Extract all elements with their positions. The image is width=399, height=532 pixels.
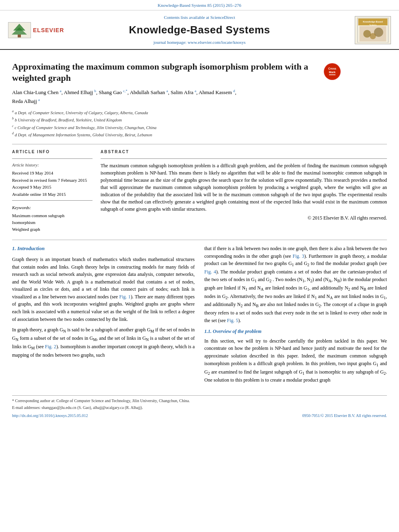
history-received: Received 19 May 2014	[12, 170, 93, 177]
authors-line: Alan Chia-Lung Chen a, Ahmed Elhajj b, S…	[12, 88, 387, 106]
email-note-text: E-mail addresses: shanggao@jlu.edu.cn (S…	[12, 405, 143, 410]
subsection-paragraph-1: In this section, we will try to describe…	[204, 337, 387, 384]
crossmark-badge[interactable]: Cross Mark	[324, 63, 342, 81]
svg-text:Mark: Mark	[329, 71, 335, 74]
author-salim: Salim Afra a,	[171, 89, 199, 95]
intro-paragraph-1: Graph theory is an important branch of m…	[12, 256, 195, 323]
history-online: Available online 18 May 2015	[12, 191, 93, 198]
svg-text:Knowledge-Based: Knowledge-Based	[363, 21, 383, 23]
info-abstract-row: ARTICLE INFO Article history: Received 1…	[12, 149, 387, 233]
fig2-link[interactable]: Fig. 2	[45, 344, 56, 349]
journal-logo-area: Knowledge-Based Systems	[343, 16, 391, 44]
affiliations: a a Dept. of Computer Science, Universit…	[12, 109, 387, 138]
journal-title-area: Contents lists available at ScienceDirec…	[56, 14, 343, 46]
doi-link[interactable]: http://dx.doi.org/10.1016/j.knosys.2015.…	[12, 413, 88, 419]
corresponding-author-note: * Corresponding author at: College of Co…	[12, 398, 387, 404]
issn-note: 0950-7051/© 2015 Elsevier B.V. All right…	[302, 413, 387, 419]
journal-ref-text: Knowledge-Based Systems 85 (2015) 265–27…	[158, 3, 241, 8]
sciencedirect-link[interactable]: ScienceDirect	[210, 15, 235, 20]
elsevier-tree-icon	[8, 22, 31, 38]
history-revised: Received in revised form 7 February 2015	[12, 177, 93, 184]
abstract-heading: ABSTRACT	[101, 149, 387, 155]
elsevier-logo-area: ELSEVIER	[8, 22, 56, 38]
affiliation-d: d d Dept. of Management Information Syst…	[12, 131, 387, 138]
history-accepted: Accepted 9 May 2015	[12, 184, 93, 191]
article-body: Approximating the maximum common subgrap…	[0, 50, 399, 427]
abstract-divider	[101, 158, 387, 159]
contents-available-line: Contents lists available at ScienceDirec…	[56, 14, 343, 21]
right-column: that if there is a link between two node…	[204, 245, 387, 387]
svg-text:Systems: Systems	[369, 24, 377, 26]
svg-point-9	[363, 30, 371, 37]
email-note: E-mail addresses: shanggao@jlu.edu.cn (S…	[12, 405, 387, 411]
abstract-content: The maximum common subgraph isomorphism …	[101, 163, 387, 212]
abstract-copyright: © 2015 Elsevier B.V. All rights reserved…	[101, 214, 387, 222]
author-ahmad: Ahmad Kassem d,	[199, 89, 237, 95]
section-divider-1	[12, 144, 387, 144]
journal-logo-image: Knowledge-Based Systems	[355, 16, 391, 44]
fig5-link[interactable]: Fig. 5	[227, 318, 238, 323]
journal-name: Knowledge-Based Systems	[56, 23, 343, 38]
abstract-text: The maximum common subgraph isomorphism …	[101, 162, 387, 222]
journal-header: ELSEVIER Contents lists available at Sci…	[0, 10, 399, 50]
author-ahmed: Ahmed Elhajj b,	[64, 89, 99, 95]
homepage-line: journal homepage: www.elsevier.com/locat…	[56, 39, 343, 46]
subsection-heading: 1.1. Overview of the problem	[204, 328, 387, 335]
section-divider-2	[12, 240, 387, 240]
author-shang: Shang Gao c,*,	[99, 89, 130, 95]
affiliation-a: a a Dept. of Computer Science, Universit…	[12, 109, 387, 116]
main-content-area: 1. Introduction Graph theory is an impor…	[12, 245, 387, 387]
abstract-panel: ABSTRACT The maximum common subgraph iso…	[101, 149, 387, 233]
keyword-1: Maximum common subgraph	[12, 213, 93, 219]
intro-section-title: 1. Introduction	[12, 245, 195, 253]
crossmark-icon: Cross Mark	[324, 63, 341, 80]
svg-rect-3	[18, 35, 21, 37]
info-divider	[12, 158, 93, 159]
keyword-3: Weighted graph	[12, 226, 93, 233]
affiliation-c: c c College of Computer Science and Tech…	[12, 124, 387, 131]
svg-text:Cross: Cross	[328, 67, 336, 70]
homepage-prefix: journal homepage:	[153, 40, 186, 45]
fig3-link[interactable]: Fig. 3	[293, 253, 304, 259]
affiliation-b: b b University of Bradford, Bradford, Yo…	[12, 116, 387, 123]
keywords-divider	[12, 200, 93, 201]
article-title-row: Approximating the maximum common subgrap…	[12, 61, 342, 84]
left-column: 1. Introduction Graph theory is an impor…	[12, 245, 195, 387]
author-reda: Reda Alhajj a	[12, 98, 40, 104]
contents-prefix: Contents lists available at	[164, 15, 209, 20]
author-alan: Alan Chia-Lung Chen a,	[12, 89, 64, 95]
author-abdullah: Abdullah Sarhan a,	[130, 89, 171, 95]
fig1-link[interactable]: Fig. 1	[119, 294, 131, 300]
article-title-text: Approximating the maximum common subgrap…	[12, 61, 324, 84]
journal-reference-bar: Knowledge-Based Systems 85 (2015) 265–27…	[0, 0, 399, 10]
intro-paragraph-2: In graph theory, a graph GN is said to b…	[12, 326, 195, 359]
keyword-2: Isomorphism	[12, 220, 93, 226]
history-label: Article history:	[12, 162, 93, 168]
footer-links-row: http://dx.doi.org/10.1016/j.knosys.2015.…	[12, 413, 387, 419]
svg-point-11	[370, 33, 376, 39]
fig4-link[interactable]: Fig. 4	[204, 269, 216, 275]
article-info-panel: ARTICLE INFO Article history: Received 1…	[12, 149, 93, 233]
corresponding-author-text: * Corresponding author at: College of Co…	[12, 398, 190, 403]
keywords-label: Keywords:	[12, 205, 93, 211]
page-footer: * Corresponding author at: College of Co…	[12, 395, 387, 419]
homepage-link[interactable]: www.elsevier.com/locate/knosys	[187, 40, 245, 45]
right-paragraph-1: that if there is a link between two node…	[204, 245, 387, 324]
elsevier-wordmark: ELSEVIER	[8, 22, 56, 38]
article-info-heading: ARTICLE INFO	[12, 149, 93, 155]
